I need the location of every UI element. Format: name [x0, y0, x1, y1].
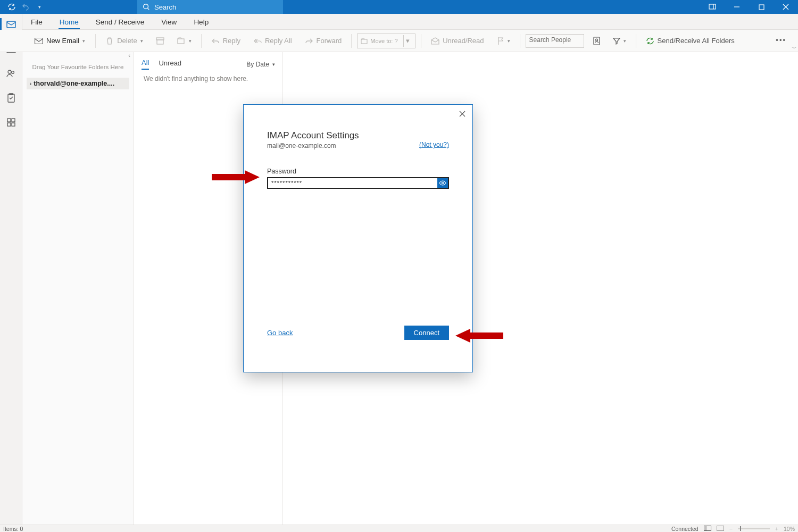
tab-all[interactable]: All: [142, 59, 149, 70]
chevron-down-icon: ▾: [272, 62, 275, 67]
menu-file[interactable]: File: [30, 15, 44, 29]
collapse-folder-pane[interactable]: ‹: [22, 52, 134, 59]
svg-point-18: [595, 39, 597, 41]
flag-button[interactable]: ▾: [493, 35, 514, 47]
ribbon: New Email ▾ Delete ▾ ▾ Reply Reply All F…: [0, 30, 798, 52]
chevron-down-icon: ▾: [508, 38, 510, 44]
rail-people[interactable]: [4, 66, 19, 81]
trash-icon: [105, 37, 114, 45]
svg-rect-11: [12, 123, 15, 126]
ribbon-display-button[interactable]: [700, 0, 725, 14]
archive-button[interactable]: [152, 35, 169, 47]
move-button[interactable]: ▾: [173, 35, 196, 47]
collapse-ribbon-button[interactable]: ﹀: [792, 45, 797, 52]
mail-icon: [35, 37, 43, 45]
ribbon-overflow-button[interactable]: •••: [776, 36, 786, 44]
move-to-label: Move to: ?: [370, 38, 397, 44]
svg-point-6: [11, 71, 14, 74]
undo-icon[interactable]: [21, 3, 30, 11]
password-label: Password: [267, 168, 449, 175]
menu-bar: File Home Send / Receive View Help: [0, 14, 798, 30]
chevron-down-icon: ▾: [189, 38, 192, 44]
global-search[interactable]: Search: [137, 0, 283, 14]
connect-button[interactable]: Connect: [404, 326, 449, 340]
status-bar: Items: 0 Connected − + 10%: [0, 525, 798, 532]
not-you-link[interactable]: (Not you?): [419, 141, 449, 148]
svg-rect-1: [709, 4, 716, 9]
new-email-label: New Email: [46, 37, 79, 45]
svg-rect-2: [759, 5, 764, 10]
move-to-combo[interactable]: Move to: ? ▾: [357, 34, 415, 48]
sync-icon[interactable]: [7, 3, 16, 11]
delete-button[interactable]: Delete ▾: [101, 35, 147, 47]
close-button[interactable]: [774, 0, 798, 14]
chevron-down-icon[interactable]: ▾: [403, 35, 412, 47]
menu-home[interactable]: Home: [59, 15, 80, 29]
menu-send-receive[interactable]: Send / Receive: [95, 15, 146, 29]
zoom-out-button[interactable]: −: [729, 526, 733, 532]
reveal-password-button[interactable]: [437, 178, 448, 188]
forward-button[interactable]: Forward: [301, 35, 346, 47]
svg-rect-9: [12, 119, 15, 122]
chevron-right-icon: ›: [30, 81, 31, 87]
menu-help[interactable]: Help: [193, 15, 210, 29]
quick-access-dropdown-icon[interactable]: ▾: [35, 3, 44, 11]
svg-rect-3: [7, 21, 15, 28]
view-normal-icon[interactable]: [704, 526, 711, 532]
zoom-slider[interactable]: [738, 528, 770, 529]
zoom-in-button[interactable]: +: [775, 526, 778, 532]
reply-icon: [211, 37, 220, 45]
dialog-title: IMAP Account Settings: [267, 130, 449, 141]
svg-rect-23: [717, 526, 724, 530]
sync-green-icon: [646, 37, 654, 45]
status-items: Items: 0: [3, 526, 23, 532]
reply-all-button[interactable]: Reply All: [249, 35, 296, 47]
new-email-button[interactable]: New Email ▾: [30, 34, 90, 48]
dialog-close-button[interactable]: [458, 109, 467, 119]
svg-rect-16: [361, 39, 367, 44]
reply-all-label: Reply All: [265, 37, 292, 45]
account-label: thorvald@one-example....: [34, 80, 114, 87]
favorites-hint: Drag Your Favourite Folders Here: [22, 59, 134, 76]
filter-button[interactable]: ▾: [609, 35, 630, 47]
svg-rect-12: [35, 38, 43, 44]
empty-list-message: We didn't find anything to show here.: [142, 70, 275, 88]
svg-rect-10: [7, 123, 11, 126]
svg-rect-14: [157, 40, 163, 44]
zoom-value: 10%: [784, 526, 795, 532]
svg-rect-8: [7, 119, 11, 122]
svg-rect-15: [178, 39, 184, 44]
rail-more[interactable]: [4, 115, 19, 130]
chevron-down-icon: ▾: [140, 38, 143, 44]
delete-label: Delete: [117, 37, 137, 45]
reply-all-icon: [253, 37, 262, 45]
go-back-link[interactable]: Go back: [267, 329, 293, 337]
title-bar: ▾ Search: [0, 0, 798, 14]
maximize-button[interactable]: [749, 0, 774, 14]
sort-label: By Date: [246, 61, 269, 68]
search-placeholder: Search: [154, 3, 176, 11]
chevron-down-icon: ▾: [82, 38, 85, 44]
address-book-button[interactable]: [588, 35, 604, 47]
envelope-open-icon: [431, 37, 439, 45]
svg-point-5: [8, 70, 11, 73]
password-input[interactable]: [268, 178, 437, 188]
left-nav-rail: [0, 14, 22, 525]
minimize-button[interactable]: [725, 0, 749, 14]
send-receive-all-button[interactable]: Send/Receive All Folders: [642, 35, 739, 47]
view-reading-icon[interactable]: [717, 526, 724, 532]
password-field-wrap: [267, 177, 449, 189]
rail-tasks[interactable]: [4, 90, 19, 105]
menu-view[interactable]: View: [160, 15, 178, 29]
svg-point-19: [442, 182, 443, 184]
svg-point-0: [144, 4, 148, 9]
folder-pane: ‹ Drag Your Favourite Folders Here › tho…: [22, 52, 134, 525]
account-node[interactable]: › thorvald@one-example....: [27, 78, 129, 89]
unread-read-button[interactable]: Unread/Read: [427, 35, 488, 47]
sort-control[interactable]: By Date ▾ ↑: [246, 61, 275, 68]
tab-unread[interactable]: Unread: [159, 59, 181, 69]
unread-read-label: Unread/Read: [443, 37, 484, 45]
reply-button[interactable]: Reply: [207, 35, 245, 47]
chevron-down-icon: ▾: [624, 38, 626, 44]
search-people-input[interactable]: Search People: [526, 34, 584, 48]
